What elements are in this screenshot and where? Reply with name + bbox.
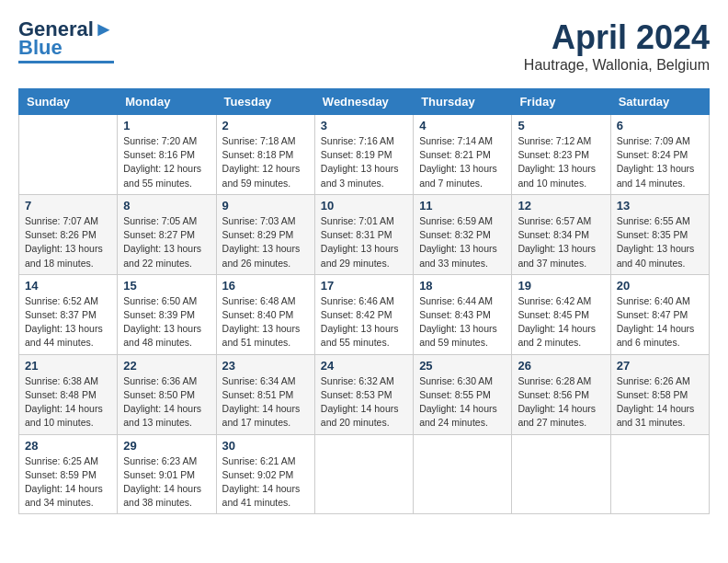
calendar-cell: 25Sunrise: 6:30 AM Sunset: 8:55 PM Dayli… <box>414 354 512 434</box>
calendar-cell: 30Sunrise: 6:21 AM Sunset: 9:02 PM Dayli… <box>216 434 314 514</box>
day-number: 4 <box>419 119 506 132</box>
day-number: 2 <box>222 119 309 132</box>
day-number: 26 <box>518 359 604 373</box>
calendar-cell: 18Sunrise: 6:44 AM Sunset: 8:43 PM Dayli… <box>414 274 512 354</box>
calendar-cell: 7Sunrise: 7:07 AM Sunset: 8:26 PM Daylig… <box>19 194 118 274</box>
location-title: Hautrage, Wallonia, Belgium <box>524 57 710 74</box>
day-info: Sunrise: 7:05 AM Sunset: 8:27 PM Dayligh… <box>123 214 210 270</box>
calendar-week-1: 1Sunrise: 7:20 AM Sunset: 8:16 PM Daylig… <box>19 115 710 195</box>
day-number: 3 <box>321 119 407 132</box>
day-info: Sunrise: 6:26 AM Sunset: 8:58 PM Dayligh… <box>617 374 703 431</box>
day-info: Sunrise: 7:09 AM Sunset: 8:24 PM Dayligh… <box>617 134 703 190</box>
day-number: 19 <box>518 279 604 293</box>
calendar-cell: 9Sunrise: 7:03 AM Sunset: 8:29 PM Daylig… <box>216 194 314 274</box>
day-number: 24 <box>321 359 407 373</box>
day-number: 29 <box>123 439 210 453</box>
day-info: Sunrise: 7:16 AM Sunset: 8:19 PM Dayligh… <box>321 134 407 190</box>
calendar-cell: 3Sunrise: 7:16 AM Sunset: 8:19 PM Daylig… <box>314 115 413 195</box>
calendar-cell: 2Sunrise: 7:18 AM Sunset: 8:18 PM Daylig… <box>216 115 314 195</box>
calendar-week-3: 14Sunrise: 6:52 AM Sunset: 8:37 PM Dayli… <box>19 274 710 354</box>
day-number: 13 <box>617 199 703 213</box>
day-info: Sunrise: 6:36 AM Sunset: 8:50 PM Dayligh… <box>123 374 210 431</box>
calendar-cell: 13Sunrise: 6:55 AM Sunset: 8:35 PM Dayli… <box>610 194 709 274</box>
weekday-header-thursday: Thursday <box>414 89 512 115</box>
calendar-week-2: 7Sunrise: 7:07 AM Sunset: 8:26 PM Daylig… <box>19 194 710 274</box>
title-area: April 2024 Hautrage, Wallonia, Belgium <box>524 18 710 74</box>
day-number: 11 <box>419 199 506 213</box>
day-info: Sunrise: 6:23 AM Sunset: 9:01 PM Dayligh… <box>123 454 210 511</box>
logo-line2: Blue <box>18 37 63 59</box>
calendar-cell <box>512 434 610 514</box>
calendar-cell: 24Sunrise: 6:32 AM Sunset: 8:53 PM Dayli… <box>314 354 413 434</box>
calendar-cell <box>314 434 413 514</box>
day-number: 1 <box>123 119 210 132</box>
day-number: 14 <box>25 279 111 293</box>
calendar-cell: 16Sunrise: 6:48 AM Sunset: 8:40 PM Dayli… <box>216 274 314 354</box>
calendar-cell: 17Sunrise: 6:46 AM Sunset: 8:42 PM Dayli… <box>314 274 413 354</box>
calendar-cell <box>19 115 118 195</box>
weekday-header-wednesday: Wednesday <box>314 89 413 115</box>
calendar-cell: 22Sunrise: 6:36 AM Sunset: 8:50 PM Dayli… <box>118 354 216 434</box>
day-info: Sunrise: 6:52 AM Sunset: 8:37 PM Dayligh… <box>25 294 111 350</box>
day-number: 8 <box>123 199 210 213</box>
day-info: Sunrise: 6:38 AM Sunset: 8:48 PM Dayligh… <box>25 374 111 431</box>
calendar-cell: 26Sunrise: 6:28 AM Sunset: 8:56 PM Dayli… <box>512 354 610 434</box>
page-header: General► Blue April 2024 Hautrage, Wallo… <box>18 18 710 74</box>
day-info: Sunrise: 7:20 AM Sunset: 8:16 PM Dayligh… <box>123 134 210 190</box>
calendar-body: 1Sunrise: 7:20 AM Sunset: 8:16 PM Daylig… <box>19 115 710 514</box>
day-number: 27 <box>617 359 703 373</box>
day-number: 28 <box>25 439 111 453</box>
calendar-cell: 14Sunrise: 6:52 AM Sunset: 8:37 PM Dayli… <box>19 274 118 354</box>
calendar-cell: 27Sunrise: 6:26 AM Sunset: 8:58 PM Dayli… <box>610 354 709 434</box>
calendar-cell: 8Sunrise: 7:05 AM Sunset: 8:27 PM Daylig… <box>118 194 216 274</box>
calendar-cell: 6Sunrise: 7:09 AM Sunset: 8:24 PM Daylig… <box>610 115 709 195</box>
calendar-week-4: 21Sunrise: 6:38 AM Sunset: 8:48 PM Dayli… <box>19 354 710 434</box>
month-title: April 2024 <box>524 18 710 57</box>
day-info: Sunrise: 6:48 AM Sunset: 8:40 PM Dayligh… <box>222 294 309 350</box>
day-info: Sunrise: 7:14 AM Sunset: 8:21 PM Dayligh… <box>419 134 506 190</box>
logo: General► Blue <box>18 18 114 63</box>
day-number: 30 <box>222 439 309 453</box>
day-info: Sunrise: 6:25 AM Sunset: 8:59 PM Dayligh… <box>25 454 111 511</box>
day-number: 22 <box>123 359 210 373</box>
day-info: Sunrise: 6:50 AM Sunset: 8:39 PM Dayligh… <box>123 294 210 350</box>
day-number: 25 <box>419 359 506 373</box>
day-info: Sunrise: 7:18 AM Sunset: 8:18 PM Dayligh… <box>222 134 309 190</box>
calendar-cell <box>414 434 512 514</box>
day-number: 5 <box>518 119 604 132</box>
calendar-header-row: SundayMondayTuesdayWednesdayThursdayFrid… <box>19 89 710 115</box>
day-number: 10 <box>321 199 407 213</box>
day-number: 9 <box>222 199 309 213</box>
weekday-header-saturday: Saturday <box>610 89 709 115</box>
logo-blue-text: ► <box>94 17 114 40</box>
day-info: Sunrise: 6:21 AM Sunset: 9:02 PM Dayligh… <box>222 454 309 511</box>
day-info: Sunrise: 6:34 AM Sunset: 8:51 PM Dayligh… <box>222 374 309 431</box>
day-number: 7 <box>25 199 111 213</box>
calendar-cell: 4Sunrise: 7:14 AM Sunset: 8:21 PM Daylig… <box>414 115 512 195</box>
calendar-cell <box>610 434 709 514</box>
day-info: Sunrise: 6:42 AM Sunset: 8:45 PM Dayligh… <box>518 294 604 350</box>
calendar-cell: 29Sunrise: 6:23 AM Sunset: 9:01 PM Dayli… <box>118 434 216 514</box>
day-number: 15 <box>123 279 210 293</box>
day-number: 18 <box>419 279 506 293</box>
calendar-cell: 15Sunrise: 6:50 AM Sunset: 8:39 PM Dayli… <box>118 274 216 354</box>
day-info: Sunrise: 6:40 AM Sunset: 8:47 PM Dayligh… <box>617 294 703 350</box>
day-info: Sunrise: 6:28 AM Sunset: 8:56 PM Dayligh… <box>518 374 604 431</box>
calendar-week-5: 28Sunrise: 6:25 AM Sunset: 8:59 PM Dayli… <box>19 434 710 514</box>
calendar-cell: 28Sunrise: 6:25 AM Sunset: 8:59 PM Dayli… <box>19 434 118 514</box>
calendar-table: SundayMondayTuesdayWednesdayThursdayFrid… <box>18 88 710 514</box>
day-info: Sunrise: 6:32 AM Sunset: 8:53 PM Dayligh… <box>321 374 407 431</box>
day-number: 17 <box>321 279 407 293</box>
day-info: Sunrise: 7:03 AM Sunset: 8:29 PM Dayligh… <box>222 214 309 270</box>
day-info: Sunrise: 6:44 AM Sunset: 8:43 PM Dayligh… <box>419 294 506 350</box>
calendar-cell: 12Sunrise: 6:57 AM Sunset: 8:34 PM Dayli… <box>512 194 610 274</box>
calendar-cell: 23Sunrise: 6:34 AM Sunset: 8:51 PM Dayli… <box>216 354 314 434</box>
day-info: Sunrise: 7:12 AM Sunset: 8:23 PM Dayligh… <box>518 134 604 190</box>
day-info: Sunrise: 6:46 AM Sunset: 8:42 PM Dayligh… <box>321 294 407 350</box>
day-info: Sunrise: 6:57 AM Sunset: 8:34 PM Dayligh… <box>518 214 604 270</box>
weekday-header-monday: Monday <box>118 89 216 115</box>
weekday-header-friday: Friday <box>512 89 610 115</box>
calendar-cell: 1Sunrise: 7:20 AM Sunset: 8:16 PM Daylig… <box>118 115 216 195</box>
day-info: Sunrise: 7:01 AM Sunset: 8:31 PM Dayligh… <box>321 214 407 270</box>
day-info: Sunrise: 6:59 AM Sunset: 8:32 PM Dayligh… <box>419 214 506 270</box>
